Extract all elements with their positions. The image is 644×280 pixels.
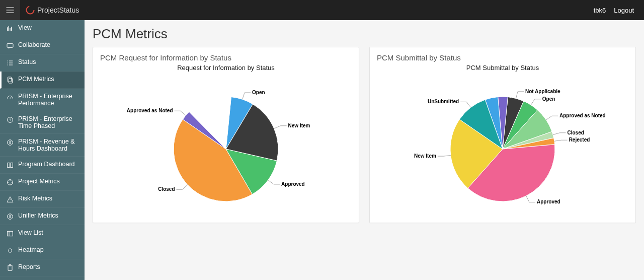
sidebar-item-status[interactable]: Status [0, 54, 85, 72]
card-submittal-by-status: PCM Submittal by Status PCM Submittal by… [369, 47, 636, 223]
pie-label: UnSubmitted [428, 99, 459, 104]
sidebar-item-label: Project Metrics [18, 178, 60, 185]
card-rfi-by-status: PCM Request for Information by Status Re… [93, 47, 359, 223]
sidebar: ViewCollaborateStatusPCM MetricsPRISM - … [0, 20, 85, 280]
dollar-icon [6, 138, 14, 147]
panel-icon [6, 230, 14, 238]
sidebar-item-label: Collaborate [18, 41, 50, 48]
fire-icon [6, 247, 14, 255]
user-label[interactable]: tbk6 [594, 7, 606, 14]
sidebar-item-view[interactable]: View [0, 20, 85, 37]
clipboard-icon [6, 264, 14, 272]
svg-rect-2 [8, 77, 11, 82]
brand: ProjectStatus [20, 5, 84, 15]
menu-icon [5, 5, 15, 15]
sidebar-item-program-dashboard[interactable]: Program Dashboard [0, 157, 85, 174]
pie-label: Open [542, 96, 555, 102]
svg-rect-3 [9, 79, 12, 83]
sidebar-item-collaborate[interactable]: Collaborate [0, 37, 85, 54]
pie-label: Approved [537, 199, 560, 204]
pie-label: Rejected [569, 137, 590, 143]
pie-label: Open [252, 90, 265, 95]
sidebar-item-view-list[interactable]: View List [0, 225, 85, 242]
svg-rect-1 [7, 43, 13, 47]
sidebar-item-label: PRISM - Revenue & Hours Dashboard [18, 138, 78, 152]
pie-svg [377, 74, 628, 215]
sidebar-item-label: Risk Metrics [18, 195, 52, 202]
sidebar-item-reports[interactable]: Reports [0, 259, 85, 276]
pie-label: Approved [281, 181, 305, 187]
pie-chart-submittal: Not ApplicableOpenApproved as NotedClose… [377, 74, 628, 215]
sidebar-item-label: Unifier Metrics [18, 212, 58, 219]
clock-icon [6, 116, 14, 124]
pie-label: Approved as Noted [559, 113, 606, 118]
card-title: PCM Submittal by Status [377, 53, 628, 62]
sidebar-item-pcm-metrics[interactable]: PCM Metrics [0, 72, 85, 89]
sidebar-item-risk-metrics[interactable]: Risk Metrics [0, 191, 85, 208]
sidebar-item-label: PRISM - Enterprise Time Phased [18, 115, 78, 129]
chart-title: Request for Information by Status [100, 64, 352, 72]
logout-link[interactable]: Logout [614, 7, 634, 14]
target-icon [6, 178, 14, 186]
brand-logo-icon [25, 5, 35, 15]
bars-icon [6, 25, 14, 33]
sidebar-item-label: Status [18, 58, 36, 65]
chat-icon [6, 42, 14, 50]
sidebar-item-unifier-metrics[interactable]: Unifier Metrics [0, 208, 85, 225]
sidebar-item-label: Program Dashboard [18, 161, 75, 168]
main-content: PCM Metrics PCM Request for Information … [85, 20, 644, 280]
svg-rect-8 [8, 231, 13, 236]
menu-toggle-button[interactable] [0, 0, 20, 20]
sidebar-item-project-metrics[interactable]: Project Metrics [0, 174, 85, 191]
sidebar-item-label: PCM Metrics [18, 76, 54, 83]
sidebar-item-prism-enterprise-time-phased[interactable]: PRISM - Enterprise Time Phased [0, 111, 85, 134]
sidebar-item-label: View [18, 24, 32, 31]
chart-title: PCM Submittal by Status [377, 64, 628, 72]
svg-point-0 [27, 7, 34, 14]
gauge-icon [6, 93, 14, 101]
book-icon [6, 161, 14, 169]
sidebar-item-label: PRISM - Enterprise Performance [18, 93, 78, 107]
dollar-icon [6, 213, 14, 221]
list-icon [6, 59, 14, 67]
pie-svg [100, 74, 352, 215]
pie-label: Not Applicable [525, 89, 560, 94]
sidebar-item-heatmap[interactable]: Heatmap [0, 242, 85, 259]
page-title: PCM Metrics [93, 26, 636, 42]
topbar: ProjectStatus tbk6 Logout [0, 0, 644, 20]
pie-label: Closed [568, 130, 584, 135]
pie-label: Closed [158, 186, 175, 192]
copy-icon [6, 76, 14, 84]
pie-label: New Item [414, 153, 436, 159]
warning-icon [6, 195, 14, 203]
sidebar-item-prism-revenue-hours-dashboard[interactable]: PRISM - Revenue & Hours Dashboard [0, 134, 85, 157]
sidebar-item-label: Heatmap [18, 246, 44, 253]
card-title: PCM Request for Information by Status [100, 53, 352, 62]
sidebar-item-label: View List [18, 229, 43, 236]
sidebar-item-label: Reports [18, 263, 40, 270]
pie-chart-rfi: OpenNew ItemApprovedClosedApproved as No… [100, 74, 352, 215]
pie-label: Approved as Noted [127, 108, 173, 113]
brand-label: ProjectStatus [37, 6, 79, 14]
sidebar-item-prism-enterprise-performance[interactable]: PRISM - Enterprise Performance [0, 89, 85, 111]
pie-label: New Item [288, 123, 310, 128]
